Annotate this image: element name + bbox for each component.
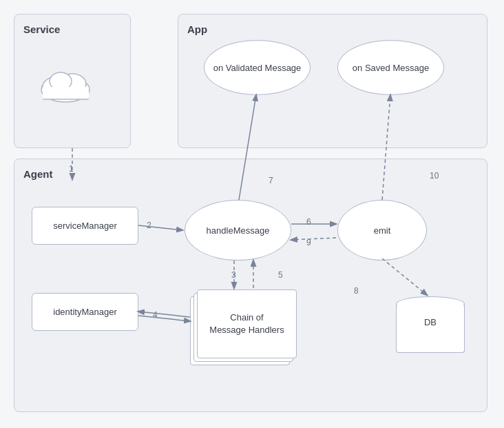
- db-node: DB: [396, 296, 465, 358]
- arrow-label-4: 4: [153, 310, 158, 320]
- service-manager-node: serviceManager: [32, 207, 138, 245]
- arrow-label-10: 10: [430, 171, 439, 181]
- handle-message-node: handleMessage: [185, 200, 291, 261]
- arrow-label-2: 2: [147, 221, 151, 230]
- chain-card-front: Chain ofMessage Handlers: [197, 289, 297, 358]
- arrow-label-7: 7: [269, 176, 273, 185]
- arrow-label-1: 1: [69, 164, 74, 174]
- chain-stack: Chain ofMessage Handlers: [190, 289, 297, 365]
- arrow-label-8: 8: [354, 286, 359, 296]
- svg-rect-4: [43, 87, 89, 99]
- db-top: [396, 296, 465, 312]
- app-label: App: [187, 23, 207, 35]
- cloud-icon: [34, 62, 96, 106]
- db-label: DB: [396, 317, 465, 327]
- on-validated-node: on Validated Message: [204, 40, 311, 95]
- service-label: Service: [23, 23, 60, 35]
- chain-label: Chain ofMessage Handlers: [209, 312, 284, 336]
- arrow-label-9: 9: [306, 238, 311, 247]
- identity-manager-node: identityManager: [32, 293, 138, 331]
- agent-label: Agent: [23, 168, 53, 180]
- db-top-inner: [397, 305, 463, 312]
- arrow-label-6: 6: [306, 217, 311, 227]
- on-saved-node: on Saved Message: [337, 40, 444, 95]
- arrow-label-5: 5: [278, 270, 283, 280]
- diagram-container: Service App Agent on Validated Message o…: [0, 0, 504, 428]
- arrow-label-3: 3: [231, 270, 236, 280]
- emit-node: emit: [337, 200, 427, 261]
- agent-box: [14, 159, 487, 412]
